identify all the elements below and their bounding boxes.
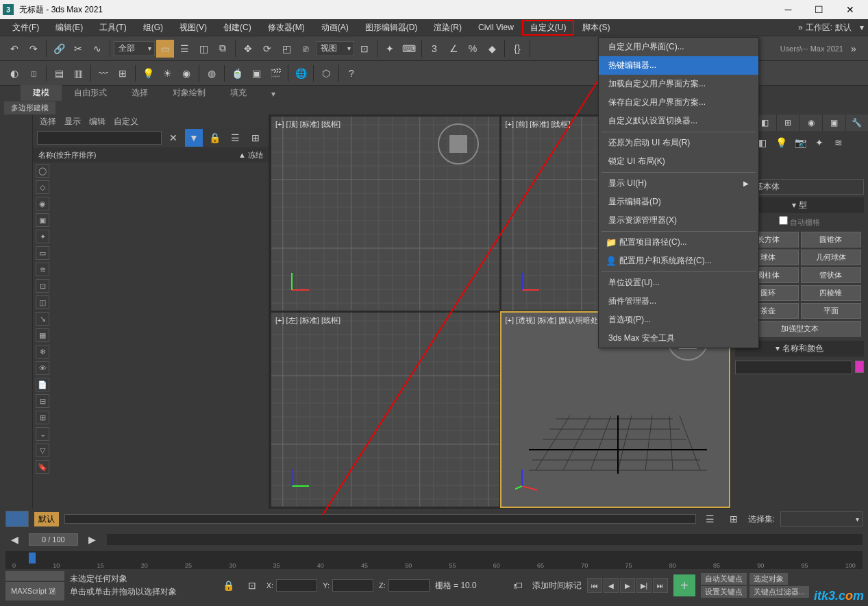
minimize-button[interactable]: ─ <box>773 0 804 19</box>
prim-tube[interactable]: 管状体 <box>801 267 862 283</box>
menu-show-editors[interactable]: 显示编辑器(D) <box>599 193 758 211</box>
prim-plane[interactable]: 平面 <box>801 303 862 319</box>
sets-icon[interactable]: ⊞ <box>725 510 743 528</box>
unlink-button[interactable]: ✂ <box>69 40 87 58</box>
filter-bookmark-icon[interactable]: 🔖 <box>36 460 49 474</box>
object-name-input[interactable] <box>735 361 852 374</box>
scene-search-input[interactable] <box>37 131 162 145</box>
use-pivot-center-button[interactable]: ⊡ <box>356 40 373 58</box>
cmd-tab-hierarchy[interactable]: ⊞ <box>777 114 799 131</box>
ribbon-tab-selection[interactable]: 选择 <box>119 85 160 101</box>
viewport-front-label[interactable]: [+] [前] [标准] [线框] <box>506 119 571 130</box>
filter-group-icon[interactable]: ⊡ <box>36 279 49 293</box>
lock-selection-icon[interactable]: 🔒 <box>220 577 238 594</box>
cmd-tab-display[interactable]: ▣ <box>823 114 845 131</box>
render-button[interactable]: 🎬 <box>266 64 284 82</box>
scene-clear-icon[interactable]: ✕ <box>164 129 182 147</box>
snap-toggle-button[interactable]: 3 <box>425 40 443 58</box>
filter-container-icon[interactable]: ▦ <box>36 328 49 342</box>
add-time-tag-label[interactable]: 添加时间标记 <box>532 580 582 592</box>
rotate-button[interactable]: ⟳ <box>258 40 276 58</box>
scene-tab-display[interactable]: 显示 <box>64 116 81 127</box>
menu-scripting[interactable]: 脚本(S) <box>574 20 618 36</box>
menu-hotkey-editor[interactable]: 热键编辑器... <box>599 56 758 75</box>
menu-rendering[interactable]: 渲染(R) <box>425 20 470 36</box>
menu-modifiers[interactable]: 修改器(M) <box>260 20 313 36</box>
autokey-button[interactable]: 自动关键点 <box>701 573 747 585</box>
link-button[interactable]: 🔗 <box>50 40 68 58</box>
object-color-swatch[interactable] <box>855 361 864 373</box>
scene-view1-icon[interactable]: ☰ <box>226 129 244 147</box>
create-spacewarps-icon[interactable]: ≋ <box>830 134 847 152</box>
viewport-layout-button[interactable] <box>5 511 29 527</box>
menu-group[interactable]: 组(G) <box>135 20 171 36</box>
menu-customize-ui[interactable]: 自定义用户界面(C)... <box>599 38 758 56</box>
environment-button[interactable]: 🌐 <box>292 64 310 82</box>
filter-shape-icon[interactable]: ▭ <box>36 246 49 260</box>
maximize-button[interactable]: ☐ <box>804 0 834 19</box>
autogrid-checkbox[interactable] <box>779 216 788 225</box>
menu-configure-user-paths[interactable]: 👤配置用户和系统路径(C)... <box>599 252 758 270</box>
menu-file[interactable]: 文件(F) <box>4 20 47 36</box>
material-editor-button[interactable]: ◍ <box>203 64 221 82</box>
menu-lock-ui[interactable]: 锁定 UI 布局(K) <box>599 152 758 171</box>
filter-hidden-icon[interactable]: 👁 <box>36 361 49 375</box>
filter-doc-icon[interactable]: 📄 <box>36 378 49 391</box>
filter-all-icon[interactable]: ◯ <box>36 164 49 178</box>
spinner-snap-button[interactable]: ◆ <box>483 40 501 58</box>
scene-list-header[interactable]: 名称(按升序排序) ▲ 冻结 <box>33 147 269 162</box>
prim-geosphere[interactable]: 几何球体 <box>801 250 862 265</box>
selected-filter[interactable]: 选定对象 <box>749 573 788 585</box>
close-button[interactable]: ✕ <box>834 0 865 19</box>
prim-cone[interactable]: 圆锥体 <box>801 232 862 247</box>
layer-toggle-button[interactable]: ▤ <box>50 64 68 82</box>
filter-bone-icon[interactable]: ↘ <box>36 312 49 326</box>
viewport-left[interactable]: [+] [左] [标准] [线框] <box>271 313 499 507</box>
filter-xref-icon[interactable]: ◫ <box>36 295 49 309</box>
window-crossing-button[interactable]: ⧉ <box>214 40 232 58</box>
menu-show-ui[interactable]: 显示 UI(H)▶ <box>599 174 758 193</box>
isolate-label[interactable]: 默认 <box>34 512 59 526</box>
viewcube-top[interactable] <box>438 123 479 165</box>
scene-tab-edit[interactable]: 编辑 <box>89 116 106 127</box>
menu-units-setup[interactable]: 单位设置(U)... <box>599 274 758 292</box>
viewport-top[interactable]: [+] [顶] [标准] [线框] <box>271 117 499 311</box>
goto-end-button[interactable]: ⏭ <box>653 578 668 593</box>
menu-create[interactable]: 创建(C) <box>215 20 260 36</box>
keyboard-shortcut-button[interactable]: ⌨ <box>400 40 418 58</box>
selection-filter-dropdown[interactable]: 全部 <box>114 41 155 56</box>
menu-civil-view[interactable]: Civil View <box>470 21 522 34</box>
menu-tools[interactable]: 工具(T) <box>91 20 134 36</box>
menu-views[interactable]: 视图(V) <box>171 20 215 36</box>
z-coord-input[interactable] <box>388 579 430 592</box>
menu-plugin-manager[interactable]: 插件管理器... <box>599 292 758 311</box>
menu-defaults-switcher[interactable]: 自定义默认设置切换器... <box>599 112 758 130</box>
reference-coord-dropdown[interactable]: 视图 <box>316 41 354 56</box>
selection-sets-dropdown[interactable] <box>780 511 863 526</box>
ribbon-tab-expand[interactable]: ▾ <box>259 87 288 101</box>
viewport-left-label[interactable]: [+] [左] [标准] [线框] <box>275 315 340 326</box>
percent-snap-button[interactable]: % <box>464 40 482 58</box>
light-3-icon[interactable]: ◉ <box>177 64 195 82</box>
menu-configure-project-paths[interactable]: 📁配置项目路径(C)... <box>599 233 758 252</box>
play-button[interactable]: ▶ <box>620 578 635 593</box>
viewport-top-label[interactable]: [+] [顶] [标准] [线框] <box>275 119 340 130</box>
menu-security-tools[interactable]: 3ds Max 安全工具 <box>599 329 758 348</box>
track-slider[interactable] <box>64 514 696 524</box>
time-ruler[interactable]: 0101520253035404550556065707580859095100 <box>5 551 863 569</box>
ribbon-tab-populate[interactable]: 填充 <box>218 85 259 101</box>
light-2-icon[interactable]: ☀ <box>158 64 176 82</box>
ribbon-subtab-polymodel[interactable]: 多边形建模 <box>4 101 55 114</box>
rectangular-region-button[interactable]: ◫ <box>195 40 212 58</box>
undo-button[interactable]: ↶ <box>5 40 23 58</box>
edit-named-selection-button[interactable]: {} <box>508 40 526 58</box>
key-filters-button[interactable]: 关键点过滤器... <box>749 586 809 598</box>
cmd-tab-motion[interactable]: ◉ <box>800 114 823 131</box>
toolbar-overflow-button[interactable]: » <box>845 40 863 58</box>
scene-view2-icon[interactable]: ⊞ <box>247 129 264 147</box>
set-key-button[interactable]: + <box>673 574 695 596</box>
viewport-persp-label[interactable]: [+] [透视] [标准] [默认明暗处理] <box>506 315 608 326</box>
layers-icon[interactable]: ☰ <box>702 510 719 528</box>
render-frame-button[interactable]: ▣ <box>247 64 265 82</box>
mirror-button[interactable]: ◐ <box>5 64 23 82</box>
